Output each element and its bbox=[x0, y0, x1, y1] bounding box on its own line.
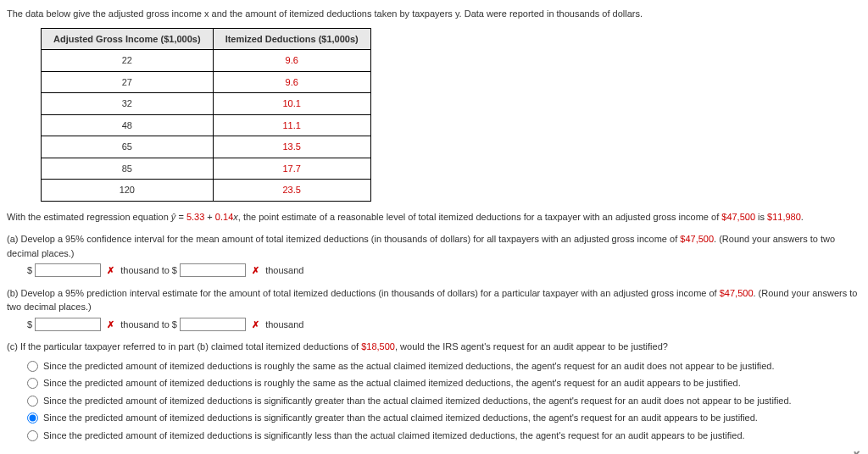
table-row: 229.6 bbox=[42, 50, 371, 72]
table-row: 279.6 bbox=[42, 71, 371, 93]
income-cell: 65 bbox=[42, 136, 214, 158]
part-b-label: (b) bbox=[7, 288, 18, 298]
income-cell: 85 bbox=[42, 158, 214, 180]
deduction-cell: 9.6 bbox=[213, 50, 370, 72]
opt2[interactable]: Since the predicted amount of itemized d… bbox=[27, 376, 861, 390]
b-upper-input[interactable] bbox=[180, 318, 246, 331]
table-row: 3210.1 bbox=[42, 93, 371, 115]
part-c-question: If the particular taxpayer referred to i… bbox=[20, 341, 668, 352]
opt4[interactable]: Since the predicted amount of itemized d… bbox=[27, 411, 861, 425]
data-table: Adjusted Gross Income ($1,000s) Itemized… bbox=[41, 28, 371, 202]
wrong-icon: ✗ bbox=[252, 265, 259, 275]
opt3-radio[interactable] bbox=[27, 396, 38, 407]
deduction-cell: 23.5 bbox=[213, 180, 370, 202]
wrong-icon: ✗ bbox=[107, 319, 114, 329]
b-lower-input[interactable] bbox=[35, 318, 101, 331]
wrong-icon: ✗ bbox=[252, 319, 259, 329]
income-cell: 27 bbox=[42, 71, 214, 93]
income-cell: 48 bbox=[42, 114, 214, 136]
opt5-radio[interactable] bbox=[27, 430, 38, 441]
part-c-label: (c) bbox=[7, 341, 18, 352]
part-c: (c) If the particular taxpayer referred … bbox=[7, 340, 861, 454]
intro-text: The data below give the adjusted gross i… bbox=[7, 7, 861, 21]
wrong-icon: ✗ bbox=[107, 265, 114, 275]
table-row: 8517.7 bbox=[42, 158, 371, 180]
part-a-text: Develop a 95% confidence interval for th… bbox=[7, 234, 835, 258]
part-a: (a) Develop a 95% confidence interval fo… bbox=[7, 232, 861, 278]
opt3[interactable]: Since the predicted amount of itemized d… bbox=[27, 394, 861, 408]
a-upper-input[interactable] bbox=[180, 263, 246, 277]
opt5[interactable]: Since the predicted amount of itemized d… bbox=[27, 429, 861, 443]
part-b-text: Develop a 95% prediction interval estima… bbox=[7, 288, 857, 313]
deduction-cell: 11.1 bbox=[213, 114, 370, 136]
col-head-income: Adjusted Gross Income ($1,000s) bbox=[42, 28, 214, 50]
table-row: 12023.5 bbox=[42, 180, 371, 202]
table-row: 4811.1 bbox=[42, 114, 371, 136]
opt1[interactable]: Since the predicted amount of itemized d… bbox=[27, 359, 861, 374]
wrong-icon: ✗ bbox=[851, 447, 861, 454]
income-cell: 32 bbox=[42, 93, 214, 115]
income-cell: 22 bbox=[42, 50, 214, 72]
opt2-radio[interactable] bbox=[27, 378, 38, 389]
deduction-cell: 17.7 bbox=[213, 158, 370, 180]
part-c-options: Since the predicted amount of itemized d… bbox=[27, 359, 861, 455]
table-row: 6513.5 bbox=[42, 136, 371, 158]
opt4-radio[interactable] bbox=[27, 412, 38, 424]
deduction-cell: 9.6 bbox=[213, 71, 370, 93]
opt1-radio[interactable] bbox=[27, 361, 38, 372]
deduction-cell: 10.1 bbox=[213, 93, 370, 115]
col-head-deduct: Itemized Deductions ($1,000s) bbox=[213, 28, 370, 50]
income-cell: 120 bbox=[42, 180, 214, 202]
part-a-answer: $ ✗ thousand to $ ✗ thousand bbox=[27, 263, 861, 278]
part-a-label: (a) bbox=[7, 234, 18, 244]
part-b: (b) Develop a 95% prediction interval es… bbox=[7, 286, 861, 332]
part-b-answer: $ ✗ thousand to $ ✗ thousand bbox=[27, 318, 861, 332]
a-lower-input[interactable] bbox=[35, 263, 101, 277]
regression-line: With the estimated regression equation ŷ… bbox=[7, 210, 861, 224]
deduction-cell: 13.5 bbox=[213, 136, 370, 158]
